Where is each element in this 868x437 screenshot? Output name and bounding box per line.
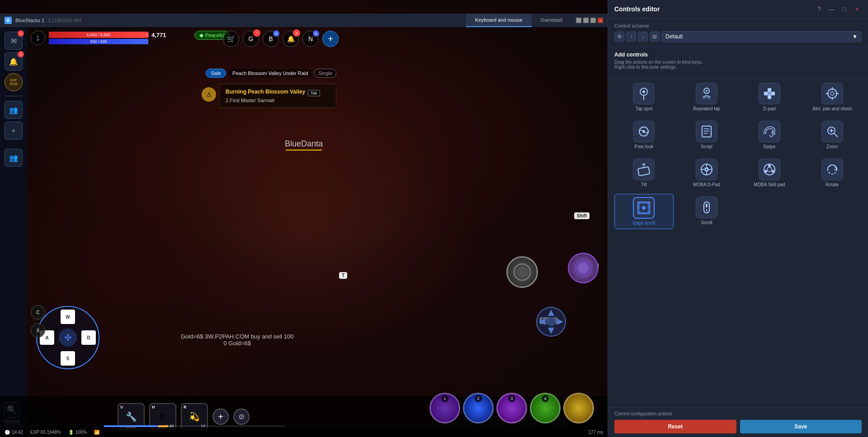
control-edge-scroll[interactable]: Edge scroll xyxy=(614,194,674,229)
scheme-share-icon[interactable]: ↑ xyxy=(626,32,636,42)
dpad-down-btn[interactable]: S xyxy=(61,351,75,366)
dpad-icon xyxy=(759,83,780,104)
guild-btn[interactable]: 👥 xyxy=(5,149,23,167)
svg-rect-18 xyxy=(771,92,775,95)
panel-minimize-btn[interactable]: — xyxy=(827,5,836,14)
dpad-up-btn[interactable]: W xyxy=(61,310,75,324)
svg-rect-16 xyxy=(768,95,771,99)
close-btn[interactable]: × xyxy=(598,18,603,23)
xp-bar xyxy=(104,425,285,427)
q-skill-container xyxy=(568,253,599,283)
control-tilt[interactable]: Tilt xyxy=(614,156,674,190)
skill-num-1: 1 xyxy=(441,395,448,402)
add-hud-btn[interactable]: + xyxy=(322,31,339,47)
g-btn[interactable]: G ! xyxy=(243,31,259,47)
mail-btn[interactable]: ✉ 1 xyxy=(5,32,23,50)
moba-skill-pad-label: MOBA Skill pad xyxy=(754,182,785,188)
control-script[interactable]: Script xyxy=(677,118,736,152)
t-key-overlay[interactable]: T xyxy=(339,272,347,279)
chat-line-1: Gold=6$ 3W.P2PAH.COM buy and sell 100 xyxy=(181,333,293,340)
help-icon[interactable]: ? xyxy=(576,18,581,23)
big-skill-container xyxy=(506,256,538,288)
mobadpad-svg xyxy=(699,162,714,177)
skill-circle-4[interactable]: 4 xyxy=(530,393,561,423)
control-moba-dpad[interactable]: MOBA D-Pad xyxy=(677,156,736,190)
q-skill-btn[interactable] xyxy=(568,253,599,283)
single-badge[interactable]: Single xyxy=(314,69,336,78)
clock-item: 🕐 14:42 xyxy=(5,430,23,435)
skill-circles: 1 2 3 4 xyxy=(429,393,594,423)
control-rotate[interactable]: Rotate xyxy=(802,156,862,190)
dpad-right-btn[interactable]: D xyxy=(81,330,96,345)
shop-btn[interactable]: 🛒 xyxy=(223,31,239,47)
svg-point-47 xyxy=(768,164,771,167)
exp-badge[interactable]: EXP 00:00 xyxy=(5,73,23,91)
maximize-btn[interactable]: □ xyxy=(590,18,596,23)
panel-help-btn[interactable]: ? xyxy=(815,5,824,14)
controls-panel-header: Controls editor ? — □ × xyxy=(608,0,868,19)
control-moba-skill-pad[interactable]: MOBA Skill pad xyxy=(740,156,799,190)
minimize-btn[interactable]: — xyxy=(583,18,589,23)
moba-skill-pad-icon xyxy=(759,159,780,180)
shift-key-overlay[interactable]: Shift xyxy=(574,212,590,219)
control-zoom[interactable]: Zoom xyxy=(802,118,862,152)
add-skill-btn[interactable]: + xyxy=(212,409,229,425)
control-dpad[interactable]: D-pad xyxy=(740,80,799,114)
safe-badge[interactable]: Safe xyxy=(206,69,226,78)
settings-btn[interactable]: ⚙ xyxy=(233,409,250,425)
control-repeated-tap[interactable]: Repeated tap xyxy=(677,80,736,114)
control-scroll[interactable]: Scroll xyxy=(677,194,736,229)
scheme-dropdown[interactable]: Default ▼ xyxy=(661,31,862,42)
control-swipe[interactable]: Swipe xyxy=(740,118,799,152)
hud-topright: 🛒 G ! B N 🔔 3 N N + xyxy=(223,31,339,47)
svg-point-21 xyxy=(830,92,834,95)
scheme-import-icon[interactable]: ↓ xyxy=(638,32,648,42)
svg-line-33 xyxy=(834,133,838,137)
tab-gamepad[interactable]: Gamepad xyxy=(532,14,571,27)
add-btn-side[interactable]: ＋ xyxy=(5,122,23,140)
app-icon: B xyxy=(5,17,12,24)
panel-close-btn[interactable]: × xyxy=(853,5,862,14)
svg-point-11 xyxy=(642,90,645,93)
tab-key-badge[interactable]: Tab xyxy=(308,90,320,96)
control-free-look[interactable]: Free look xyxy=(614,118,674,152)
scheme-action-icons: ⚙ ↑ ↓ ⊞ xyxy=(614,32,660,42)
control-aim-pan-shoot[interactable]: Aim, pan and shoot xyxy=(802,80,862,114)
reset-btn[interactable]: Reset xyxy=(614,420,736,433)
tab-keyboard-mouse[interactable]: Keyboard and mouse xyxy=(466,14,532,27)
add-controls-title: Add controls xyxy=(614,52,862,58)
x-action-btn[interactable]: X xyxy=(31,323,45,338)
save-btn[interactable]: Save xyxy=(740,420,862,433)
control-tap-spot[interactable]: Tap spot xyxy=(614,80,674,114)
c-action-btn[interactable]: C xyxy=(31,305,45,320)
b-btn[interactable]: B N xyxy=(263,31,279,47)
skill-circle-3[interactable]: 3 xyxy=(496,393,527,423)
scheme-settings-icon[interactable]: ⚙ xyxy=(614,32,624,42)
skill-circle-5[interactable] xyxy=(563,393,594,423)
battery-display: 100% xyxy=(75,430,87,435)
hp-text: 6,660 / 6,660 xyxy=(49,32,148,38)
skill-num-2: 2 xyxy=(475,395,482,402)
group-btn[interactable]: 👥 xyxy=(5,101,23,119)
panel-maximize-btn[interactable]: □ xyxy=(840,5,849,14)
quest-marker-icon: ⚠ xyxy=(202,87,216,102)
svg-rect-19 xyxy=(768,92,771,95)
n-letter: N xyxy=(313,30,319,37)
svg-point-1 xyxy=(518,268,527,277)
scheme-chevron-icon: ▼ xyxy=(852,33,858,40)
level-badge: L P xyxy=(31,31,45,45)
skill-circle-1[interactable]: 1 xyxy=(429,393,460,423)
add-controls-section: Add controls Drag the actions on the scr… xyxy=(608,47,868,80)
notification-btn[interactable]: 🔔 1 xyxy=(5,52,23,70)
svg-rect-53 xyxy=(638,202,650,204)
big-skill-btn[interactable] xyxy=(506,256,538,288)
svg-point-20 xyxy=(828,89,837,98)
skill-circle-2[interactable]: 2 xyxy=(463,393,494,423)
dpad-control[interactable]: ✤ W S A D xyxy=(36,306,99,369)
bell-btn[interactable]: 🔔 3 xyxy=(283,31,299,47)
svg-point-0 xyxy=(514,264,530,280)
scheme-copy-icon[interactable]: ⊞ xyxy=(650,32,660,42)
space-dpad[interactable] xyxy=(535,306,567,338)
skill-num-3: 3 xyxy=(508,395,515,402)
n-btn[interactable]: N N xyxy=(302,31,319,47)
